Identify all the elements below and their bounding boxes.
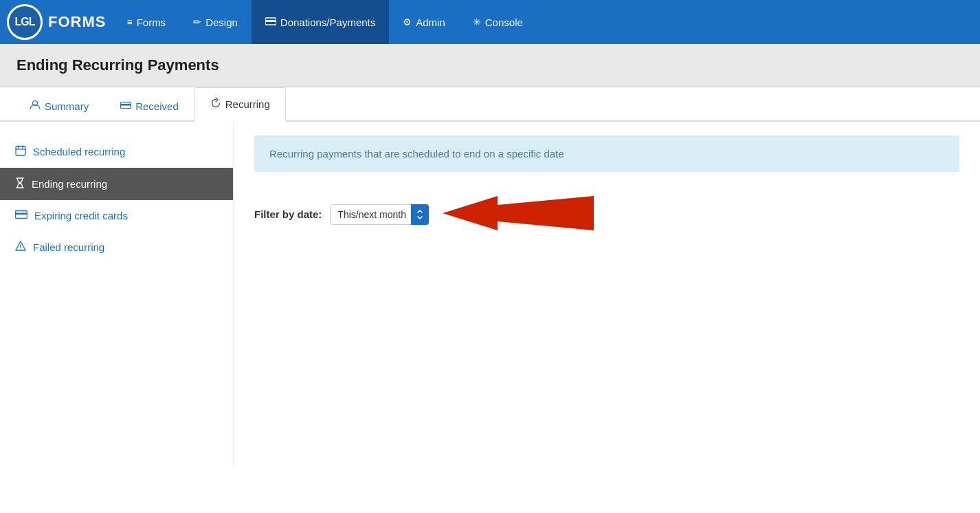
red-arrow-svg bbox=[443, 193, 594, 234]
svg-rect-10 bbox=[16, 213, 27, 215]
nav-items: ≡ Forms ✏ Design Donations/Payments ⚙ Ad… bbox=[113, 0, 973, 44]
svg-point-12 bbox=[20, 248, 21, 249]
logo: LGL bbox=[7, 4, 43, 40]
page-title: Ending Recurring Payments bbox=[16, 56, 964, 74]
design-icon: ✏ bbox=[193, 17, 201, 28]
info-banner: Recurring payments that are scheduled to… bbox=[254, 135, 959, 172]
nav-item-console[interactable]: ✳ Console bbox=[459, 0, 537, 44]
hourglass-icon bbox=[15, 177, 25, 190]
sidebar-label-expiring: Expiring credit cards bbox=[34, 210, 128, 221]
tab-summary[interactable]: Summary bbox=[14, 90, 104, 122]
nav-item-design[interactable]: ✏ Design bbox=[179, 0, 252, 44]
filter-select-wrapper[interactable]: This/next month This month Next month La… bbox=[330, 204, 429, 225]
sidebar-item-ending[interactable]: Ending recurring bbox=[0, 168, 233, 200]
navbar: LGL FORMS ≡ Forms ✏ Design Donations/Pay… bbox=[0, 0, 980, 44]
sidebar-label-failed: Failed recurring bbox=[33, 241, 104, 253]
main-content: Summary Received Recurring Scheduled rec… bbox=[0, 87, 980, 513]
sidebar-item-scheduled[interactable]: Scheduled recurring bbox=[0, 135, 233, 168]
info-text: Recurring payments that are scheduled to… bbox=[269, 148, 564, 160]
nav-item-donations[interactable]: Donations/Payments bbox=[252, 0, 389, 44]
credit-card-icon bbox=[15, 210, 27, 221]
svg-rect-5 bbox=[16, 146, 25, 155]
page-header: Ending Recurring Payments bbox=[0, 44, 980, 87]
tab-summary-label: Summary bbox=[45, 100, 89, 112]
nav-label-design: Design bbox=[205, 17, 238, 28]
received-icon bbox=[120, 100, 131, 112]
filter-row: Filter by date: This/next month This mon… bbox=[254, 193, 959, 236]
svg-rect-4 bbox=[121, 104, 131, 106]
nav-item-admin[interactable]: ⚙ Admin bbox=[389, 0, 459, 44]
forms-icon: ≡ bbox=[126, 17, 132, 28]
sidebar-label-scheduled: Scheduled recurring bbox=[33, 146, 125, 157]
nav-label-console: Console bbox=[485, 17, 523, 28]
filter-label: Filter by date: bbox=[254, 208, 322, 220]
nav-label-donations: Donations/Payments bbox=[280, 17, 375, 28]
arrow-indicator bbox=[443, 193, 594, 236]
nav-item-forms[interactable]: ≡ Forms bbox=[113, 0, 179, 44]
tabs-bar: Summary Received Recurring bbox=[0, 87, 980, 122]
content-area: Recurring payments that are scheduled to… bbox=[234, 122, 980, 466]
nav-label-admin: Admin bbox=[416, 17, 445, 28]
admin-icon: ⚙ bbox=[403, 17, 412, 28]
donations-icon bbox=[265, 17, 276, 28]
logo-text: LGL bbox=[15, 16, 35, 28]
nav-label-forms: Forms bbox=[137, 17, 166, 28]
body-layout: Scheduled recurring Ending recurring Exp… bbox=[0, 122, 980, 466]
filter-date-select[interactable]: This/next month This month Next month La… bbox=[330, 204, 429, 225]
sidebar-item-failed[interactable]: Failed recurring bbox=[0, 231, 233, 263]
tab-received[interactable]: Received bbox=[104, 90, 194, 122]
console-icon: ✳ bbox=[473, 17, 481, 28]
sidebar-item-expiring[interactable]: Expiring credit cards bbox=[0, 200, 233, 231]
sidebar-label-ending: Ending recurring bbox=[32, 178, 107, 190]
tab-recurring[interactable]: Recurring bbox=[194, 87, 286, 122]
svg-rect-1 bbox=[265, 20, 276, 22]
summary-icon bbox=[30, 100, 41, 112]
sidebar: Scheduled recurring Ending recurring Exp… bbox=[0, 122, 234, 466]
tab-recurring-label: Recurring bbox=[225, 98, 270, 110]
tab-received-label: Received bbox=[135, 100, 179, 112]
warning-icon bbox=[15, 241, 26, 253]
svg-marker-14 bbox=[443, 196, 594, 230]
brand-name: FORMS bbox=[48, 13, 106, 31]
recurring-icon bbox=[210, 98, 221, 111]
brand[interactable]: LGL FORMS bbox=[7, 4, 106, 40]
calendar-icon bbox=[15, 145, 26, 158]
